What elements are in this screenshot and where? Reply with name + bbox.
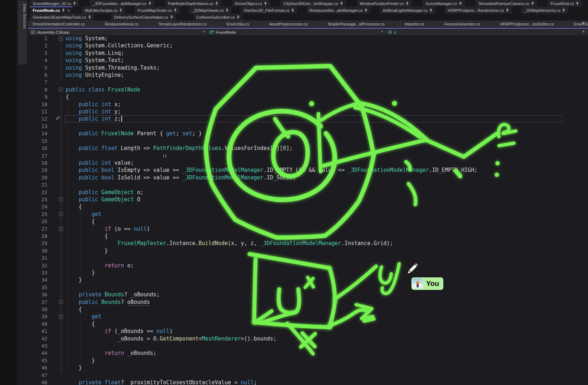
pin-icon[interactable] (215, 1, 218, 6)
breadcrumb-project-caret-icon[interactable]: ▾ (203, 30, 205, 33)
code-line-4[interactable]: 4using System.Text; (28, 57, 588, 64)
pin-icon[interactable] (340, 1, 343, 6)
tab-FencesGenerator.cs[interactable]: FencesGenerator.cs (442, 20, 483, 28)
tab-DroneObject.cs[interactable]: DroneObject.cs (232, 0, 270, 6)
code-line-23[interactable]: 23− public GameObject O (28, 196, 588, 203)
tab-_3DFoundatio...delManager.cs[interactable]: _3DFoundatio...delManager.cs (90, 0, 154, 6)
code-line-2[interactable]: 2using System.Collections.Generic; (28, 42, 588, 49)
code-line-6[interactable]: 6using UnityEngine; (28, 71, 588, 79)
tab-_3DMapHierarchy.cs[interactable]: _3DMapHierarchy.cs (521, 6, 569, 14)
code-line-36[interactable]: 36 private Bounds? _oBounds; (28, 291, 588, 298)
code-line-10[interactable]: 10 public int x; (28, 101, 588, 108)
pin-icon[interactable] (170, 15, 173, 19)
tab-Generator2ExportMapTools.cs[interactable]: Generator2ExportMapTools.cs (30, 14, 94, 20)
tab-TerrainLayerRandomizer.cs[interactable]: TerrainLayerRandomizer.cs (155, 20, 209, 28)
fold-toggle-icon[interactable]: − (59, 88, 63, 91)
tab-AssetPreprocessor.cs[interactable]: AssetPreprocessor.cs (266, 20, 310, 28)
tab-EnviroSkyMgr.cs[interactable]: EnviroSkyMgr.cs (571, 20, 588, 28)
code-line-26[interactable]: 26 { (28, 218, 588, 225)
code-line-18[interactable]: 18 public int value; (28, 159, 588, 166)
pin-icon[interactable] (119, 8, 122, 13)
code-line-14[interactable]: 14 public FruxelNode Parent { get; set; … (28, 130, 588, 137)
fold-toggle-icon[interactable]: − (59, 37, 63, 41)
tab-RestaurantHo...pleManager.cs[interactable]: RestaurantHo...pleManager.cs (307, 6, 371, 14)
tab-EnviroSky.cs[interactable]: EnviroSky.cs (224, 20, 252, 28)
code-line-41[interactable]: 41 if (_oBounds == null) (28, 328, 588, 335)
code-line-30[interactable]: 30 } (28, 247, 588, 254)
code-line-19[interactable]: 19 public bool IsEmpty => value >= _3DFo… (28, 166, 588, 174)
pin-icon[interactable] (531, 1, 534, 6)
code-line-42[interactable]: 42 _oBounds = O.GetComponent<MeshRendere… (28, 335, 588, 342)
code-line-34[interactable]: 34 } (28, 276, 588, 283)
pin-icon[interactable] (562, 8, 565, 13)
pin-icon[interactable] (364, 8, 368, 13)
code-line-40[interactable]: 40 { (28, 320, 588, 328)
code-line-16[interactable]: 16 public float Length => PathfinderDept… (28, 145, 588, 152)
code-line-20[interactable]: 20 public bool IsSolid => value == _3DFo… (28, 174, 588, 181)
tab-SimulatedFisheyeCamera.cs[interactable]: SimulatedFisheyeCamera.cs (476, 0, 537, 6)
code-line-22[interactable]: 22 public GameObject o; (28, 189, 588, 196)
tab-FruxelMapTester.cs[interactable]: FruxelMapTester.cs (135, 6, 179, 14)
code-line-33[interactable]: 33 } (28, 269, 588, 276)
code-line-25[interactable]: 25− get (28, 211, 588, 218)
code-line-12[interactable]: 12 public int z; (28, 115, 588, 122)
fold-toggle-icon[interactable]: − (59, 227, 63, 231)
sidebar-tab-data-sources[interactable]: Data Sources (18, 1, 27, 65)
code-line-15[interactable]: 15 (28, 137, 588, 145)
tab-FruxelGrid.cs[interactable]: FruxelGrid.cs (548, 0, 582, 6)
tab-CollisionSubscriber.cs[interactable]: CollisionSubscriber.cs (193, 14, 243, 20)
code-line-31[interactable]: 31 (28, 254, 588, 262)
fold-toggle-icon[interactable]: − (59, 300, 63, 304)
fold-toggle-icon[interactable]: − (59, 212, 63, 216)
tab-FruxelNode.cs[interactable]: FruxelNode.cs× (30, 6, 73, 14)
code-line-24[interactable]: 24 { (28, 203, 588, 210)
tab-HDRPPostproc...Randomizer.cs[interactable]: HDRPPostproc...Randomizer.cs (445, 6, 512, 14)
code-line-32[interactable]: 32 return o; (28, 262, 588, 269)
code-line-45[interactable]: 45 } (28, 357, 588, 364)
code-line-29[interactable]: 29 FruxelMapTester.Instance.BuildNode(x,… (28, 240, 588, 247)
pin-icon[interactable] (148, 1, 151, 6)
pin-icon[interactable] (174, 8, 177, 13)
pin-icon[interactable] (576, 1, 579, 6)
code-line-8[interactable]: 8−public class FruxelNode (28, 86, 588, 93)
code-line-37[interactable]: 37− public Bounds? oBounds (28, 299, 588, 306)
tab-CityGen3DGen...torWrapper.cs[interactable]: CityGen3DGen...torWrapper.cs (281, 0, 346, 6)
code-line-38[interactable]: 38 { (28, 306, 588, 313)
code-line-48[interactable]: 48 private float? proximityToClosestObst… (28, 379, 588, 385)
pin-icon[interactable] (225, 8, 229, 13)
pin-icon[interactable] (406, 1, 409, 6)
code-line-35[interactable]: 35 (28, 284, 588, 291)
code-line-5[interactable]: 5using System.Threading.Tasks; (28, 64, 588, 71)
code-line-21[interactable]: 21 (28, 181, 588, 188)
tab-PathfinderDepthValues.cs[interactable]: PathfinderDepthValues.cs (165, 0, 221, 6)
pin-icon[interactable] (62, 8, 65, 13)
code-line-13[interactable]: 13 (28, 123, 588, 130)
code-line-46[interactable]: 46 } (28, 364, 588, 371)
code-line-1[interactable]: 1−using System; (28, 35, 588, 42)
pin-icon[interactable] (264, 1, 267, 6)
code-line-27[interactable]: 27− if (o == null) (28, 225, 588, 233)
tab-WindowPositionFinder.cs[interactable]: WindowPositionFinder.cs (357, 0, 412, 6)
code-line-7[interactable]: 7 (28, 79, 588, 86)
pin-icon[interactable] (237, 15, 240, 19)
code-line-47[interactable]: 47 (28, 372, 588, 379)
tab-ShaderPackage...stProcessor.cs[interactable]: ShaderPackage...stProcessor.cs (325, 20, 387, 28)
code-line-44[interactable]: 44 return _oBounds; (28, 349, 588, 357)
pin-icon[interactable] (88, 15, 91, 19)
tab-SceneManager.cs[interactable]: SceneManager.cs (423, 0, 465, 6)
tab-MyEditorScripts.cs[interactable]: MyEditorScripts.cs (82, 6, 125, 14)
fold-toggle-icon[interactable]: − (59, 315, 63, 319)
tab-DeliverySurfaceClassHelper.cs[interactable]: DeliverySurfaceClassHelper.cs (111, 14, 176, 20)
code-line-39[interactable]: 39− get (28, 313, 588, 320)
tab-_3DMapViewer.cs[interactable]: _3DMapViewer.cs (189, 6, 232, 14)
tab-overflow-dropdown-icon[interactable]: ▼ (582, 21, 585, 25)
tab-Importer.cs[interactable]: Importer.cs (402, 20, 427, 28)
close-icon[interactable]: × (67, 8, 70, 13)
tab-OneSec3D_FileFormat.cs[interactable]: OneSec3D_FileFormat.cs (241, 6, 297, 14)
pin-icon[interactable] (459, 1, 462, 6)
tab-RestaurantHook.cs[interactable]: RestaurantHook.cs (102, 20, 141, 28)
code-line-43[interactable]: 43 (28, 342, 588, 349)
pin-icon[interactable] (291, 8, 294, 13)
tab-SceneManager_02.cs[interactable]: SceneManager_02.cs (30, 0, 79, 6)
code-line-17[interactable]: 17 (28, 152, 588, 159)
